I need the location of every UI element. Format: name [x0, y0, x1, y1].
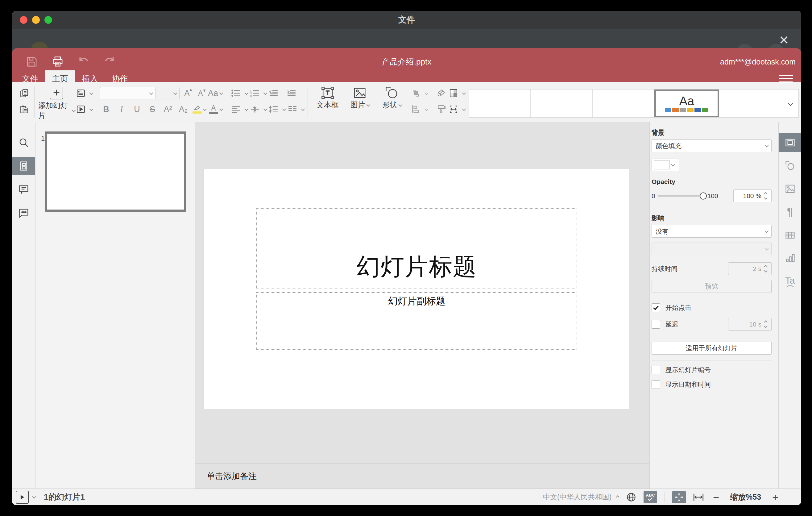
subtitle-placeholder[interactable]: 幻灯片副标题: [256, 292, 577, 350]
chevron-down-icon[interactable]: [89, 107, 93, 111]
chevron-down-icon[interactable]: [32, 495, 36, 499]
background-color-swatch[interactable]: [651, 159, 679, 171]
tab-collaboration[interactable]: 协作: [105, 70, 135, 87]
language-selector[interactable]: 中文(中华人民共和国): [543, 492, 619, 502]
insert-shape-button[interactable]: 形状: [376, 85, 408, 122]
title-placeholder[interactable]: 幻灯片标题: [256, 208, 577, 289]
search-icon[interactable]: [12, 133, 35, 152]
line-spacing-button[interactable]: [267, 103, 280, 116]
spellcheck-button[interactable]: ABC: [643, 491, 657, 503]
globe-icon[interactable]: [626, 492, 636, 502]
chart-settings-icon[interactable]: [779, 249, 801, 267]
horizontal-align-button[interactable]: [230, 103, 242, 116]
text-art-settings-icon[interactable]: Ta: [779, 272, 801, 291]
start-click-checkbox[interactable]: [651, 304, 660, 312]
arrange-button[interactable]: [410, 87, 422, 100]
align-objects-button[interactable]: [410, 103, 422, 116]
minimize-traffic-button[interactable]: [32, 16, 40, 24]
opacity-slider-knob[interactable]: [700, 192, 707, 199]
start-slideshow-button[interactable]: [75, 103, 87, 116]
left-sidebar: [12, 122, 35, 489]
save-icon[interactable]: [26, 56, 37, 67]
slides-panel-icon[interactable]: [12, 157, 35, 175]
effect-select[interactable]: 没有: [651, 225, 772, 238]
underline-button[interactable]: U: [131, 103, 143, 116]
chevron-down-icon[interactable]: [89, 91, 93, 95]
bold-button[interactable]: B: [100, 103, 112, 116]
slide-layout-button[interactable]: [75, 87, 87, 100]
highlight-color-button[interactable]: [193, 103, 206, 116]
change-case-button[interactable]: Aa: [208, 87, 222, 100]
tab-home[interactable]: 主页: [45, 70, 75, 87]
theme-gallery-expand-button[interactable]: [781, 89, 799, 117]
copy-button[interactable]: [18, 87, 31, 100]
slide-thumbnail[interactable]: [45, 132, 186, 212]
zoom-traffic-button[interactable]: [45, 16, 52, 24]
chevron-down-icon[interactable]: [245, 91, 249, 95]
opacity-slider[interactable]: [658, 195, 706, 197]
paragraph-settings-icon[interactable]: ¶: [779, 203, 801, 221]
decrease-indent-button[interactable]: [267, 87, 280, 100]
zoom-out-button[interactable]: −: [713, 492, 719, 503]
chevron-down-icon[interactable]: [462, 107, 466, 111]
font-size-select[interactable]: [157, 87, 179, 99]
insert-picture-button[interactable]: 图片: [344, 85, 376, 122]
table-settings-icon[interactable]: [779, 226, 801, 245]
opacity-spinner[interactable]: 100 %: [733, 190, 772, 202]
increase-font-icon[interactable]: A: [181, 87, 193, 100]
chat-icon[interactable]: [12, 204, 35, 222]
chevron-down-icon[interactable]: [245, 107, 249, 111]
decrease-font-icon[interactable]: A: [194, 87, 207, 100]
insert-textbox-button[interactable]: 文本框: [312, 85, 344, 122]
show-date-checkbox[interactable]: [651, 380, 660, 389]
delay-checkbox[interactable]: [651, 320, 660, 329]
comments-icon[interactable]: [12, 180, 35, 199]
zoom-in-button[interactable]: +: [772, 492, 778, 503]
paste-button[interactable]: [18, 103, 31, 116]
vertical-align-button[interactable]: [249, 103, 261, 116]
italic-button[interactable]: I: [115, 103, 128, 116]
chevron-down-icon[interactable]: [425, 107, 429, 111]
close-icon[interactable]: ✕: [775, 31, 792, 49]
theme-tile[interactable]: [469, 89, 531, 117]
apply-all-button[interactable]: 适用于所有幻灯片: [651, 342, 772, 354]
numbered-list-button[interactable]: [249, 87, 261, 100]
fit-width-button[interactable]: [693, 493, 704, 501]
bullet-list-button[interactable]: [230, 87, 242, 100]
menu-icon[interactable]: [779, 73, 793, 85]
tab-file[interactable]: 文件: [15, 70, 45, 87]
theme-tile[interactable]: [593, 89, 654, 117]
increase-indent-button[interactable]: [285, 87, 298, 100]
theme-tile-selected[interactable]: Aa: [654, 89, 719, 117]
shape-settings-icon[interactable]: [779, 156, 801, 175]
tab-insert[interactable]: 插入: [75, 70, 105, 87]
theme-tile[interactable]: [531, 89, 592, 117]
slide-size-button[interactable]: [447, 103, 460, 116]
print-icon[interactable]: [52, 56, 63, 67]
chevron-down-icon[interactable]: [263, 107, 267, 111]
start-slideshow-status-button[interactable]: [16, 491, 29, 504]
font-name-select[interactable]: [100, 87, 155, 99]
fit-slide-button[interactable]: [672, 491, 686, 503]
font-color-button[interactable]: A: [209, 103, 222, 116]
chevron-down-icon[interactable]: [282, 107, 286, 111]
show-slide-number-checkbox[interactable]: [651, 366, 660, 374]
chevron-down-icon[interactable]: [301, 107, 305, 111]
image-settings-icon[interactable]: [779, 180, 801, 198]
background-fill-select[interactable]: 颜色填充: [651, 140, 772, 152]
close-traffic-button[interactable]: [20, 16, 27, 24]
format-painter-button[interactable]: [435, 103, 447, 116]
strikethrough-button[interactable]: S: [146, 103, 158, 116]
slide-settings-icon[interactable]: [779, 133, 801, 152]
chevron-down-icon[interactable]: [462, 91, 466, 95]
superscript-button[interactable]: A²: [162, 103, 174, 116]
eraser-button[interactable]: [435, 87, 447, 100]
chevron-down-icon[interactable]: [263, 91, 267, 95]
chevron-down-icon[interactable]: [425, 91, 429, 95]
add-slide-button[interactable]: 添加幻灯片: [38, 85, 75, 122]
theme-tile[interactable]: [719, 89, 781, 117]
color-scheme-button[interactable]: [447, 87, 460, 100]
columns-button[interactable]: [286, 103, 299, 116]
notes-area[interactable]: 单击添加备注: [195, 463, 649, 489]
subscript-button[interactable]: A₂: [177, 103, 190, 116]
